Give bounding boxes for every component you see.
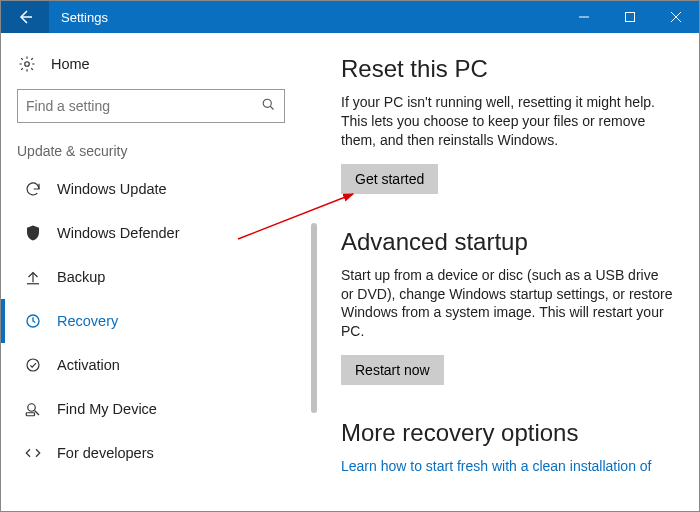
restart-now-button[interactable]: Restart now: [341, 355, 444, 385]
developers-icon: [23, 444, 43, 462]
sidebar-item-for-developers[interactable]: For developers: [1, 431, 301, 475]
maximize-button[interactable]: [607, 1, 653, 33]
sidebar: Home Update & security Windows Update Wi…: [1, 33, 301, 511]
more-recovery-link[interactable]: Learn how to start fresh with a clean in…: [341, 458, 652, 474]
scrollbar-thumb[interactable]: [311, 223, 317, 413]
close-button[interactable]: [653, 1, 699, 33]
advanced-body: Start up from a device or disc (such as …: [341, 266, 673, 342]
advanced-heading: Advanced startup: [341, 228, 673, 256]
sidebar-item-label: Backup: [43, 269, 105, 285]
get-started-button[interactable]: Get started: [341, 164, 438, 194]
sidebar-item-windows-defender[interactable]: Windows Defender: [1, 211, 301, 255]
sync-icon: [23, 180, 43, 198]
search-input[interactable]: [26, 98, 261, 114]
back-button[interactable]: [1, 1, 49, 33]
sidebar-item-backup[interactable]: Backup: [1, 255, 301, 299]
sidebar-item-recovery[interactable]: Recovery: [1, 299, 301, 343]
sidebar-item-label: Windows Defender: [43, 225, 180, 241]
recovery-icon: [23, 312, 43, 330]
svg-line-10: [35, 411, 40, 416]
titlebar: Settings: [1, 1, 699, 33]
sidebar-item-label: Activation: [43, 357, 120, 373]
activation-icon: [23, 356, 43, 374]
svg-point-9: [28, 404, 36, 412]
sidebar-item-label: For developers: [43, 445, 154, 461]
minimize-button[interactable]: [561, 1, 607, 33]
sidebar-item-windows-update[interactable]: Windows Update: [1, 167, 301, 211]
gear-icon: [17, 55, 37, 73]
sidebar-section-label: Update & security: [1, 137, 301, 167]
more-heading: More recovery options: [341, 419, 673, 447]
backup-icon: [23, 268, 43, 286]
main-content: Reset this PC If your PC isn't running w…: [301, 33, 699, 511]
svg-rect-1: [626, 13, 635, 22]
svg-point-4: [25, 62, 30, 67]
search-icon: [261, 97, 276, 116]
sidebar-item-activation[interactable]: Activation: [1, 343, 301, 387]
shield-icon: [23, 224, 43, 242]
sidebar-home-label: Home: [37, 56, 90, 72]
find-device-icon: [23, 400, 43, 418]
svg-rect-11: [26, 413, 34, 416]
sidebar-home[interactable]: Home: [1, 49, 301, 85]
sidebar-item-label: Windows Update: [43, 181, 167, 197]
reset-heading: Reset this PC: [341, 55, 673, 83]
sidebar-item-find-my-device[interactable]: Find My Device: [1, 387, 301, 431]
sidebar-item-label: Recovery: [43, 313, 118, 329]
svg-point-5: [263, 99, 271, 107]
window-title: Settings: [49, 10, 561, 25]
search-box[interactable]: [17, 89, 285, 123]
svg-point-8: [27, 359, 39, 371]
svg-line-6: [270, 106, 273, 109]
sidebar-item-label: Find My Device: [43, 401, 157, 417]
reset-body: If your PC isn't running well, resetting…: [341, 93, 673, 150]
